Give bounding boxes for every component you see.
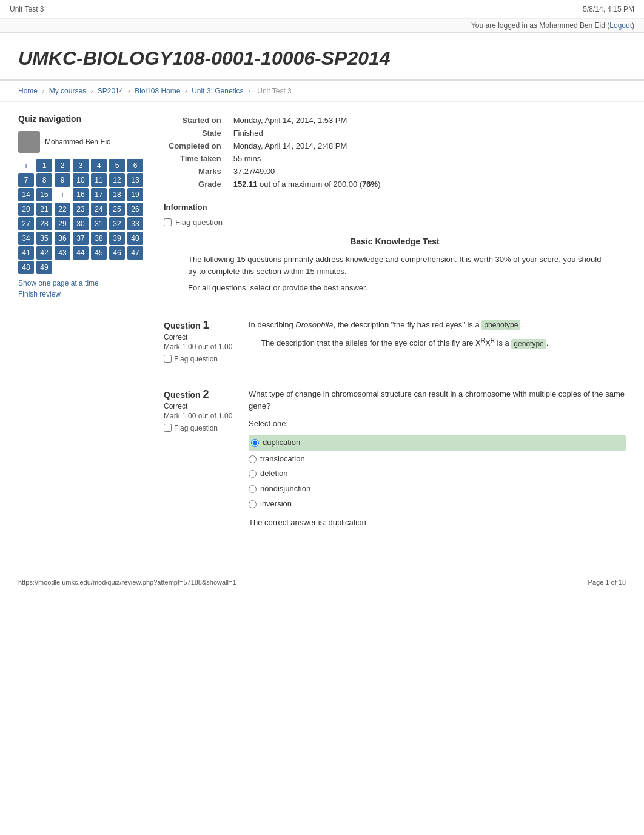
- breadcrumb-biol108home[interactable]: Biol108 Home: [135, 87, 180, 95]
- nav-cell-14[interactable]: 14: [18, 188, 34, 201]
- nav-cell-10[interactable]: 10: [73, 173, 89, 187]
- option-translocation[interactable]: translocation: [249, 453, 626, 466]
- nav-cell-35[interactable]: 35: [36, 232, 52, 245]
- option-nondisjunction-label: nondisjunction: [260, 483, 310, 495]
- question-2-header: Question 2 Correct Mark 1.00 out of 1.00…: [164, 388, 626, 534]
- nav-cell-33[interactable]: 33: [127, 217, 143, 230]
- nav-cell-7[interactable]: 7: [18, 173, 34, 187]
- question-1-flag[interactable]: Flag question: [164, 355, 236, 363]
- nav-cell-26[interactable]: 26: [127, 203, 143, 216]
- nav-cell-48[interactable]: 48: [18, 261, 34, 274]
- finish-review-link[interactable]: Finish review: [18, 290, 152, 298]
- show-one-page-link[interactable]: Show one page at a time: [18, 279, 152, 287]
- q1-answer1: phenotype: [481, 320, 520, 330]
- breadcrumb-home[interactable]: Home: [18, 87, 38, 95]
- state-label: State: [164, 127, 229, 139]
- nav-cell-37[interactable]: 37: [73, 232, 89, 245]
- nav-cell-22[interactable]: 22: [55, 203, 70, 216]
- option-duplication-radio[interactable]: [251, 439, 259, 447]
- nav-cell-39[interactable]: 39: [109, 232, 125, 245]
- flag-question-checkbox[interactable]: [164, 218, 172, 226]
- option-nondisjunction[interactable]: nondisjunction: [249, 483, 626, 495]
- nav-cell-13[interactable]: 13: [127, 173, 143, 187]
- section-text2: For all questions, select or provide the…: [188, 282, 602, 294]
- nav-cell-40[interactable]: 40: [127, 232, 143, 245]
- breadcrumb-mycourses[interactable]: My courses: [49, 87, 86, 95]
- nav-cell-43[interactable]: 43: [55, 246, 70, 260]
- nav-cell-21[interactable]: 21: [36, 203, 52, 216]
- nav-cell-11[interactable]: 11: [91, 173, 107, 187]
- question-2-flag[interactable]: Flag question: [164, 424, 236, 432]
- nav-cell-27[interactable]: 27: [18, 217, 34, 230]
- nav-cell-1[interactable]: 1: [36, 159, 52, 172]
- nav-cell-24[interactable]: 24: [91, 203, 107, 216]
- question-1-flag-checkbox[interactable]: [164, 355, 172, 363]
- nav-cell-42[interactable]: 42: [36, 246, 52, 260]
- nav-cell-5[interactable]: 5: [109, 159, 125, 172]
- nav-cell-9[interactable]: 9: [55, 173, 70, 187]
- nav-cell-i[interactable]: i: [55, 188, 70, 201]
- question-1-block: Question 1 Correct Mark 1.00 out of 1.00…: [164, 309, 626, 363]
- nav-cell-34[interactable]: 34: [18, 232, 34, 245]
- nav-cell-12[interactable]: 12: [109, 173, 125, 187]
- nav-cell-15[interactable]: 15: [36, 188, 52, 201]
- nav-cell-6[interactable]: 6: [127, 159, 143, 172]
- flag-question-area[interactable]: Flag question: [164, 218, 626, 227]
- nav-cell-4[interactable]: 4: [91, 159, 107, 172]
- nav-cell-20[interactable]: 20: [18, 203, 34, 216]
- nav-cell-18[interactable]: 18: [109, 188, 125, 201]
- nav-cell-25[interactable]: 25: [109, 203, 125, 216]
- nav-cell-47[interactable]: 47: [127, 246, 143, 260]
- nav-cell-2[interactable]: 2: [55, 159, 70, 172]
- avatar-area: Mohammed Ben Eid: [18, 131, 152, 153]
- option-inversion[interactable]: inversion: [249, 498, 626, 511]
- question-2-status: Correct: [164, 402, 236, 411]
- nav-cell-30[interactable]: 30: [73, 217, 89, 230]
- nav-cell-16[interactable]: 16: [73, 188, 89, 201]
- site-title: UMKC-BIOLOGY108-0001-10006-SP2014: [18, 47, 626, 70]
- breadcrumb-unit3[interactable]: Unit 3: Genetics: [192, 87, 243, 95]
- nav-cell-32[interactable]: 32: [109, 217, 125, 230]
- flag-question-text: Flag question: [175, 218, 223, 227]
- nav-cell-29[interactable]: 29: [55, 217, 70, 230]
- q1-organism: Drosophila: [295, 320, 333, 329]
- nav-links: Show one page at a time Finish review: [18, 279, 152, 298]
- information-section: Information Flag question: [164, 203, 626, 227]
- question-2-select-one: Select one:: [249, 418, 626, 431]
- user-avatar: [18, 131, 40, 153]
- nav-cell-17[interactable]: 17: [91, 188, 107, 201]
- nav-cell-41[interactable]: 41: [18, 246, 34, 260]
- question-2-flag-label: Flag question: [174, 424, 218, 432]
- question-1-status: Correct: [164, 333, 236, 341]
- nav-cell-36[interactable]: 36: [55, 232, 70, 245]
- nav-cell-8[interactable]: 8: [36, 173, 52, 187]
- grade-label: Grade: [164, 178, 229, 190]
- nav-cell-23[interactable]: 23: [73, 203, 89, 216]
- nav-cell-3[interactable]: 3: [73, 159, 89, 172]
- footer-page: Page 1 of 18: [588, 578, 626, 586]
- option-duplication[interactable]: duplication: [249, 435, 626, 451]
- option-deletion-radio[interactable]: [249, 470, 257, 478]
- option-inversion-radio[interactable]: [249, 500, 257, 508]
- option-duplication-label: duplication: [263, 437, 300, 449]
- nav-cell-49[interactable]: 49: [36, 261, 52, 274]
- nav-cell-28[interactable]: 28: [36, 217, 52, 230]
- question-1-header: Question 1 Correct Mark 1.00 out of 1.00…: [164, 319, 626, 363]
- logout-link[interactable]: Logout: [609, 21, 632, 30]
- quiz-navigation: Quiz navigation Mohammed Ben Eid i123456…: [18, 114, 152, 540]
- breadcrumb-sp2014[interactable]: SP2014: [98, 87, 124, 95]
- nav-cell-38[interactable]: 38: [91, 232, 107, 245]
- option-translocation-radio[interactable]: [249, 455, 257, 463]
- nav-cell-46[interactable]: 46: [109, 246, 125, 260]
- question-2-flag-checkbox[interactable]: [164, 424, 172, 432]
- flag-question-label[interactable]: Flag question: [164, 218, 626, 227]
- nav-cell-44[interactable]: 44: [73, 246, 89, 260]
- option-nondisjunction-radio[interactable]: [249, 485, 257, 493]
- nav-cell-45[interactable]: 45: [91, 246, 107, 260]
- option-deletion[interactable]: deletion: [249, 468, 626, 480]
- login-bar: You are logged in as Mohammed Ben Eid (L…: [0, 19, 644, 33]
- nav-cell-31[interactable]: 31: [91, 217, 107, 230]
- nav-cell-i[interactable]: i: [18, 159, 34, 172]
- question-2-title: Question 2: [164, 388, 236, 401]
- nav-cell-19[interactable]: 19: [127, 188, 143, 201]
